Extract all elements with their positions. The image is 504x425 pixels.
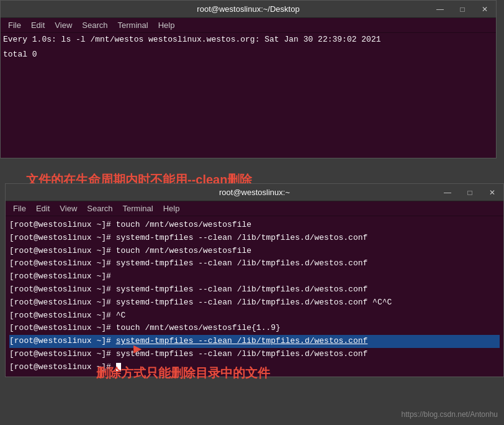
bottom-terminal-body: [root@westoslinux ~]# touch /mnt/westos/… [6, 216, 503, 377]
cmd-line-4: [root@westoslinux ~]# systemd-tmpfiles -… [9, 257, 500, 270]
bottom-menu-file[interactable]: File [8, 203, 31, 214]
top-window-title: root@westoslinux:~/Desktop [197, 4, 299, 14]
terminal-line [3, 61, 493, 73]
csdn-watermark: https://blog.csdn.net/Antonhu [402, 410, 498, 419]
bottom-window-controls: — □ ✕ [436, 184, 503, 201]
cmd-line-2: [root@westoslinux ~]# systemd-tmpfiles -… [9, 232, 500, 245]
cmd-line-5: [root@westoslinux ~]# [9, 270, 500, 283]
terminal-line [3, 97, 493, 109]
cmd-line-9: [root@westoslinux ~]# touch /mnt/westos/… [9, 322, 500, 335]
terminal-line [3, 109, 493, 122]
cmd-line-1: [root@westoslinux ~]# touch /mnt/westos/… [9, 219, 500, 232]
cmd-line-10: [root@westoslinux ~]# systemd-tmpfiles -… [9, 335, 500, 348]
terminal-line [3, 73, 493, 85]
terminal-line [3, 85, 493, 98]
top-title-bar: root@westoslinux:~/Desktop — □ ✕ [1, 1, 496, 18]
bottom-menu-view[interactable]: View [55, 203, 82, 214]
red-arrow-indicator: ▶ [133, 340, 142, 357]
menu-view[interactable]: View [50, 19, 77, 31]
bottom-menu-search[interactable]: Search [82, 203, 117, 214]
menu-help[interactable]: Help [153, 19, 180, 31]
cmd-line-7: [root@westoslinux ~]# systemd-tmpfiles -… [9, 296, 500, 309]
terminal-line [3, 121, 493, 134]
bottom-menu-bar: File Edit View Search Terminal Help [6, 201, 503, 216]
annotation-bottom: 删除方式只能删除目录中的文件 [96, 365, 270, 382]
close-button[interactable]: ✕ [474, 1, 496, 18]
terminal-line: total 0 [3, 48, 493, 61]
minimize-button[interactable]: — [429, 1, 451, 18]
bottom-title-bar: root@westoslinux:~ — □ ✕ [6, 184, 503, 201]
top-menu-bar: File Edit View Search Terminal Help [1, 18, 496, 33]
bottom-menu-help[interactable]: Help [158, 203, 185, 214]
maximize-button[interactable]: □ [451, 1, 474, 18]
cmd-line-3: [root@westoslinux ~]# touch /mnt/westos/… [9, 245, 500, 258]
menu-search[interactable]: Search [77, 19, 112, 31]
watch-command-line: Every 1.0s: ls -l /mnt/westos westoslinu… [1, 33, 496, 46]
top-terminal-window: root@westoslinux:~/Desktop — □ ✕ File Ed… [0, 0, 497, 158]
menu-edit[interactable]: Edit [26, 19, 50, 31]
menu-terminal[interactable]: Terminal [113, 19, 153, 31]
bottom-window-title: root@westoslinux:~ [219, 188, 290, 197]
bottom-minimize-button[interactable]: — [436, 184, 459, 201]
cmd-line-8: [root@westoslinux ~]# ^C [9, 309, 500, 322]
menu-file[interactable]: File [3, 19, 26, 31]
cmd-line-11: [root@westoslinux ~]# systemd-tmpfiles -… [9, 348, 500, 361]
top-terminal-content: total 0 [1, 46, 496, 158]
bottom-close-button[interactable]: ✕ [481, 184, 503, 201]
bottom-menu-terminal[interactable]: Terminal [118, 203, 158, 214]
top-window-controls: — □ ✕ [429, 1, 496, 18]
bottom-terminal-window: root@westoslinux:~ — □ ✕ File Edit View … [5, 183, 504, 377]
bottom-maximize-button[interactable]: □ [459, 184, 481, 201]
bottom-menu-edit[interactable]: Edit [31, 203, 55, 214]
cmd-line-6: [root@westoslinux ~]# systemd-tmpfiles -… [9, 283, 500, 296]
